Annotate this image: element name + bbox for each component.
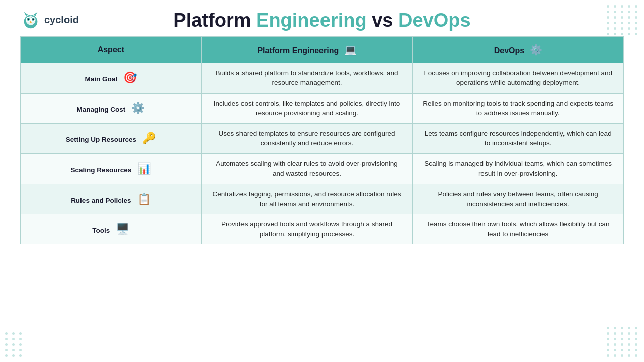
table-row: Rules and Policies 📋Centralizes tagging,… xyxy=(21,184,624,214)
table-row: Tools 🖥️Provides approved tools and work… xyxy=(21,214,624,244)
devops-desc-0: Focuses on improving collaboration betwe… xyxy=(413,63,624,93)
aspect-cell-0: Main Goal 🎯 xyxy=(21,63,202,93)
devops-desc-5: Teams choose their own tools, which allo… xyxy=(413,214,624,244)
aspect-icon: 📋 xyxy=(134,193,150,205)
logo-text: cycloid xyxy=(44,14,79,26)
pe-desc-1: Includes cost controls, like templates a… xyxy=(201,93,413,123)
decorative-dot xyxy=(614,349,616,351)
comparison-table: Aspect Platform Engineering 💻 DevOps ⚙️ … xyxy=(20,36,624,245)
title-engineering: Engineering xyxy=(256,10,367,31)
decorative-dot xyxy=(628,327,630,329)
devops-desc-1: Relies on monitoring tools to track spen… xyxy=(413,93,624,123)
decorative-dot xyxy=(12,349,15,351)
pe-desc-2: Uses shared templates to ensure resource… xyxy=(201,123,413,153)
pe-icon: 💻 xyxy=(344,44,357,55)
aspect-icon: 🔑 xyxy=(139,132,156,144)
aspect-cell-2: Setting Up Resources 🔑 xyxy=(21,123,202,153)
decorative-dot xyxy=(628,343,630,346)
aspect-cell-1: Managing Cost ⚙️ xyxy=(21,93,202,123)
header-devops: DevOps ⚙️ xyxy=(413,36,624,63)
decorative-dot xyxy=(607,343,609,346)
title-platform: Platform xyxy=(173,10,256,31)
decorative-dot xyxy=(635,327,637,329)
decorative-dot xyxy=(635,349,637,351)
dots-bottom-left xyxy=(5,332,23,357)
logo: cycloid xyxy=(20,9,79,30)
decorative-dot xyxy=(607,338,609,340)
decorative-dot xyxy=(621,327,623,329)
decorative-dot xyxy=(635,354,637,357)
table-row: Scaling Resources 📊Automates scaling wit… xyxy=(21,153,624,184)
decorative-dot xyxy=(5,338,8,340)
decorative-dot xyxy=(621,338,623,340)
decorative-dot xyxy=(628,354,630,357)
devops-desc-4: Policies and rules vary between teams, o… xyxy=(413,184,624,214)
pe-desc-0: Builds a shared platform to standardize … xyxy=(201,63,413,93)
pe-desc-3: Automates scaling with clear rules to av… xyxy=(201,153,413,184)
pe-desc-5: Provides approved tools and workflows th… xyxy=(201,214,413,244)
decorative-dot xyxy=(635,338,637,340)
decorative-dot xyxy=(607,349,609,351)
aspect-cell-4: Rules and Policies 📋 xyxy=(21,184,202,214)
svg-point-7 xyxy=(32,19,34,20)
decorative-dot xyxy=(12,343,15,346)
decorative-dot xyxy=(621,343,623,346)
decorative-dot xyxy=(614,343,616,346)
decorative-dot xyxy=(621,332,623,335)
svg-marker-10 xyxy=(33,12,38,16)
page-title: Platform Engineering vs DevOps xyxy=(20,9,624,32)
decorative-dot xyxy=(614,332,616,335)
dots-bottom-right xyxy=(607,327,639,357)
header-aspect: Aspect xyxy=(21,36,202,63)
decorative-dot xyxy=(5,349,8,351)
decorative-dot xyxy=(12,354,15,357)
decorative-dot xyxy=(614,327,616,329)
decorative-dot xyxy=(12,338,15,340)
pe-desc-4: Centralizes tagging, permissions, and re… xyxy=(201,184,413,214)
decorative-dot xyxy=(12,332,15,335)
table-row: Managing Cost ⚙️Includes cost controls, … xyxy=(21,93,624,123)
decorative-dot xyxy=(635,343,637,346)
decorative-dot xyxy=(19,349,22,351)
devops-desc-2: Lets teams configure resources independe… xyxy=(413,123,624,153)
decorative-dot xyxy=(607,332,609,335)
decorative-dot xyxy=(607,327,609,329)
decorative-dot xyxy=(621,349,623,351)
aspect-cell-5: Tools 🖥️ xyxy=(21,214,202,244)
title-devops: DevOps xyxy=(398,10,471,31)
aspect-label: Setting Up Resources xyxy=(66,136,136,143)
title-vs: vs xyxy=(367,10,398,31)
table-row: Setting Up Resources 🔑Uses shared templa… xyxy=(21,123,624,153)
decorative-dot xyxy=(614,354,616,357)
table-row: Main Goal 🎯Builds a shared platform to s… xyxy=(21,63,624,93)
decorative-dot xyxy=(635,332,637,335)
decorative-dot xyxy=(19,354,22,357)
logo-icon xyxy=(20,9,41,30)
decorative-dot xyxy=(5,343,8,346)
aspect-icon: 🎯 xyxy=(120,71,137,84)
decorative-dot xyxy=(19,343,22,346)
decorative-dot xyxy=(621,354,623,357)
aspect-label: Scaling Resources xyxy=(70,166,131,174)
svg-point-6 xyxy=(28,19,29,20)
aspect-label: Managing Cost xyxy=(76,106,125,113)
decorative-dot xyxy=(5,332,8,335)
aspect-label: Tools xyxy=(92,227,110,234)
decorative-dot xyxy=(19,332,22,335)
header-platform-engineering: Platform Engineering 💻 xyxy=(201,36,413,63)
devops-icon: ⚙️ xyxy=(530,44,542,55)
aspect-icon: ⚙️ xyxy=(128,102,145,114)
decorative-dot xyxy=(628,332,630,335)
aspect-label: Rules and Policies xyxy=(71,197,131,204)
decorative-dot xyxy=(628,338,630,340)
decorative-dot xyxy=(5,354,8,357)
aspect-label: Main Goal xyxy=(85,75,118,83)
decorative-dot xyxy=(607,354,609,357)
aspect-icon: 🖥️ xyxy=(113,223,129,235)
devops-desc-3: Scaling is managed by individual teams, … xyxy=(413,153,624,184)
decorative-dot xyxy=(628,349,630,351)
svg-marker-9 xyxy=(24,12,29,16)
decorative-dot xyxy=(19,338,22,340)
aspect-icon: 📊 xyxy=(134,162,151,175)
decorative-dot xyxy=(614,338,616,340)
